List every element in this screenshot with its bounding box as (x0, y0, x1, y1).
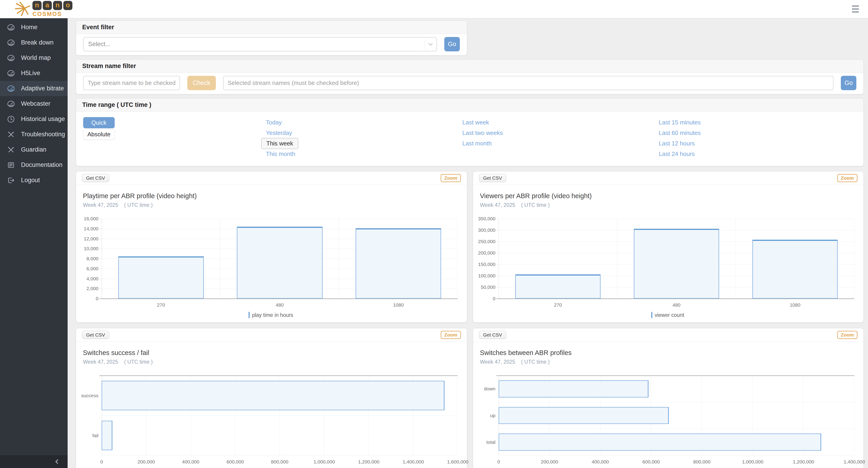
logo-text: n a n o COSMOS (32, 1, 72, 18)
sidebar-item-label: Home (21, 24, 37, 31)
link-last-week[interactable]: Last week (462, 119, 489, 126)
sidebar-item-world-map[interactable]: World map (0, 50, 68, 66)
quick-button[interactable]: Quick (83, 117, 115, 128)
get-csv-button[interactable]: Get CSV (82, 174, 109, 182)
link-this-week[interactable]: This week (261, 138, 298, 149)
x-tick-label: 200,000 (137, 459, 155, 465)
get-csv-button[interactable]: Get CSV (479, 331, 506, 339)
link-last-15-minutes[interactable]: Last 15 minutes (659, 119, 701, 126)
bar-270 (515, 274, 601, 299)
gauge-icon (7, 69, 15, 77)
sidebar-item-documentation[interactable]: Documentation (0, 157, 68, 173)
link-today[interactable]: Today (266, 119, 282, 126)
link-last-60-minutes[interactable]: Last 60 minutes (659, 129, 701, 136)
check-button[interactable]: Check (187, 76, 216, 90)
gauge-icon (7, 100, 15, 108)
logo-star-icon (14, 1, 31, 17)
bar-480 (634, 229, 719, 299)
category-label: success (81, 393, 98, 398)
sidebar-item-h5live[interactable]: H5Live (0, 66, 68, 81)
chart-subtitle: Week 47, 2025( UTC time ) (83, 359, 459, 365)
menu-icon[interactable] (850, 4, 861, 14)
y-tick-label: 12,000 (84, 236, 98, 241)
plot-area: 0200,000400,000600,000800,0001,000,0001,… (499, 375, 854, 456)
axis-tick (100, 299, 102, 299)
y-tick-label: 0 (493, 296, 495, 301)
zoom-button[interactable]: Zoom (441, 174, 461, 182)
bar-total (499, 434, 821, 450)
logo-word-cosmos: COSMOS (32, 11, 72, 18)
y-tick-label: 50,000 (481, 285, 495, 290)
chart-subtitle: Week 47, 2025( UTC time ) (480, 359, 856, 365)
y-tick-label: 300,000 (478, 227, 495, 233)
event-filter-panel: Event filter Select... Go (76, 21, 467, 56)
bar-480 (237, 227, 322, 299)
stream-go-button[interactable]: Go (841, 76, 856, 90)
get-csv-button[interactable]: Get CSV (479, 174, 506, 182)
event-select-placeholder: Select... (88, 41, 111, 48)
link-last-12-hours[interactable]: Last 12 hours (659, 140, 695, 147)
sidebar-item-adaptive-bitrate[interactable]: Adaptive bitrate (0, 81, 68, 96)
sidebar-item-troubleshooting[interactable]: Troubleshooting (0, 127, 68, 142)
x-tick-label: 1,000,000 (314, 459, 335, 465)
event-select[interactable]: Select... (83, 37, 437, 52)
x-tick-label: 400,000 (182, 459, 199, 465)
sidebar-item-webcaster[interactable]: Webcaster (0, 96, 68, 111)
selected-streams-input[interactable] (223, 76, 834, 90)
chart-panel-viewers: Get CSV Zoom Viewers per ABR profile (vi… (473, 171, 864, 323)
axis-tick (497, 253, 499, 253)
bar-down (499, 380, 649, 397)
y-tick-label: 14,000 (84, 226, 98, 232)
absolute-button[interactable]: Absolute (83, 129, 115, 140)
y-tick-label: 0 (96, 296, 98, 301)
chart-panel-switches-success-fail: Get CSV Zoom Switches success / fail Wee… (76, 328, 467, 468)
time-range-column-3: Last 15 minutes Last 60 minutes Last 12 … (659, 117, 855, 159)
link-last-24-hours[interactable]: Last 24 hours (659, 151, 695, 158)
chevron-down-icon (424, 39, 436, 49)
x-tick-label: 200,000 (541, 459, 558, 465)
y-tick-label: 16,000 (84, 216, 98, 222)
charts-grid: Get CSV Zoom Playtime per ABR profile (v… (76, 171, 864, 468)
chart-legend[interactable]: play time in hours (83, 312, 459, 318)
chart-subtitle: Week 47, 2025( UTC time ) (480, 202, 856, 208)
sidebar-item-historical-usage[interactable]: Historical usage (0, 111, 68, 127)
chart-panel-switches-abr: Get CSV Zoom Switches between ABR profil… (473, 328, 864, 468)
plot-area: 050,000100,000150,000200,000250,000300,0… (499, 219, 854, 299)
sidebar-item-label: World map (21, 54, 51, 61)
logo-letter-box: a (43, 1, 52, 10)
x-tick-label: 600,000 (642, 459, 660, 465)
axis-tick (100, 269, 102, 269)
zoom-button[interactable]: Zoom (441, 331, 461, 339)
link-this-month[interactable]: This month (266, 151, 296, 158)
sidebar-collapse-button[interactable] (0, 455, 68, 468)
link-yesterday[interactable]: Yesterday (266, 129, 292, 136)
chart-title: Playtime per ABR profile (video height) (83, 192, 459, 200)
x-tick-label: 1,400,000 (843, 459, 865, 465)
sidebar-item-home[interactable]: Home (0, 20, 68, 35)
logo-word-nano: n a n o (32, 1, 72, 10)
get-csv-button[interactable]: Get CSV (82, 331, 109, 339)
axis-zero-line (99, 375, 458, 376)
plot-bottom-line (102, 455, 458, 456)
zoom-button[interactable]: Zoom (837, 331, 858, 339)
axis-tick (497, 287, 499, 288)
chart-legend[interactable]: viewer count (480, 312, 856, 318)
sidebar-item-guardian[interactable]: Guardian (0, 142, 68, 157)
chart-title: Switches between ABR profiles (480, 349, 856, 357)
link-last-two-weeks[interactable]: Last two weeks (462, 129, 503, 136)
zoom-button[interactable]: Zoom (837, 174, 858, 182)
stream-filter-title: Stream name filter (76, 60, 863, 73)
axis-tick (100, 289, 102, 289)
nanocosmos-logo[interactable]: n a n o COSMOS (14, 1, 72, 18)
chevron-left-icon (54, 459, 60, 465)
sidebar-item-break-down[interactable]: Break down (0, 35, 68, 50)
plot-bottom-line (499, 455, 854, 456)
x-tick-label: 270 (554, 302, 562, 308)
stream-name-input[interactable] (83, 76, 180, 90)
link-last-month[interactable]: Last month (462, 140, 492, 147)
sidebar-item-label: Logout (21, 177, 40, 184)
sidebar-nav: HomeBreak downWorld mapH5LiveAdaptive bi… (0, 20, 68, 188)
sidebar-item-logout[interactable]: Logout (0, 173, 68, 188)
document-icon (7, 161, 15, 169)
event-go-button[interactable]: Go (444, 37, 460, 52)
